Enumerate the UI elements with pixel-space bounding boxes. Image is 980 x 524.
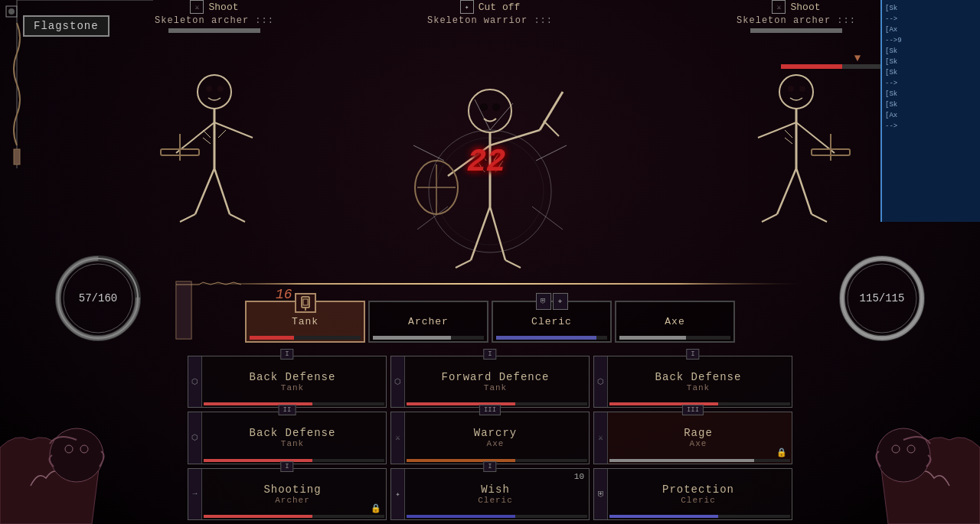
archer-icon: → <box>192 490 197 498</box>
skill-6-type: Axe <box>690 439 707 448</box>
axe-tab-bar <box>619 336 730 340</box>
skill-4-top-icon: II <box>279 405 296 415</box>
rage-icon: ⚔ <box>598 433 603 442</box>
svg-point-28 <box>469 90 511 132</box>
skill-3-type: Tank <box>687 383 710 392</box>
svg-line-17 <box>203 130 211 138</box>
char-tab-axe[interactable]: Axe <box>615 301 735 343</box>
enemy-left: ⚔ Shoot Skeleton archer ::: <box>138 0 291 35</box>
svg-point-80 <box>907 445 915 453</box>
svg-line-56 <box>796 168 812 214</box>
svg-point-6 <box>206 86 212 92</box>
svg-line-19 <box>218 130 226 138</box>
shield-icon: ⬡ <box>191 377 198 386</box>
svg-line-13 <box>195 168 214 214</box>
tank-tab-bar-fill <box>250 336 294 340</box>
log-line-7: [Sk <box>885 67 977 78</box>
enemy-right: ⚔ Shoot Skeleton archer ::: <box>720 0 873 35</box>
enemy-right-hp-fill <box>750 28 842 33</box>
enemy-center-name: Skeleton warrior ::: <box>375 15 605 26</box>
center-hp-fill <box>781 64 842 69</box>
svg-line-60 <box>785 138 792 144</box>
skill-9-name: Protection <box>662 483 734 496</box>
shield-icon-2: ⬡ <box>394 377 401 386</box>
char-tab-tank[interactable]: Tank <box>245 301 365 343</box>
skill-5-left-bar: ⚔ <box>391 412 405 463</box>
log-line-1: [Sk <box>885 3 977 14</box>
protection-icon: ⛨ <box>597 490 605 499</box>
svg-rect-73 <box>303 299 308 305</box>
skill-7-top-icon: I <box>280 461 293 472</box>
skill-forward-defence[interactable]: I ⬡ Forward Defence Tank <box>390 356 590 408</box>
skill-4-type: Tank <box>281 439 304 448</box>
svg-point-47 <box>779 75 813 109</box>
enemy-left-name: Skeleton archer ::: <box>138 15 291 26</box>
svg-point-30 <box>492 103 500 111</box>
skill-1-top-icon: I <box>280 349 293 360</box>
skill-5-name: Warcry <box>474 427 517 439</box>
corner-bottom-right <box>796 333 980 524</box>
skill-protection[interactable]: ⛨ Protection Cleric <box>593 468 792 520</box>
axe-tab-bar-fill <box>619 336 686 340</box>
skill-1-left-bar: ⬡ <box>188 356 202 407</box>
skill-wish[interactable]: I ✦ Wish Cleric 10 <box>390 468 590 520</box>
skill-9-type: Cleric <box>681 496 716 505</box>
skill-rage[interactable]: III ⚔ Rage Axe 🔒 <box>593 412 792 464</box>
shield-icon-4: ⬡ <box>191 433 198 442</box>
skill-9-bar <box>609 515 790 518</box>
svg-line-24 <box>413 145 444 161</box>
log-line-6: [Sk <box>885 57 977 67</box>
svg-point-5 <box>198 75 231 109</box>
char-tab-archer[interactable]: Archer <box>368 301 488 343</box>
skill-8-type: Cleric <box>478 496 513 505</box>
archer-tab-bar-fill <box>373 336 451 340</box>
svg-line-27 <box>532 207 563 229</box>
svg-line-58 <box>812 214 827 222</box>
skill-9-left-bar: ⛨ <box>594 469 608 519</box>
skill-back-defense-3[interactable]: II ⬡ Back Defense Tank <box>188 412 387 464</box>
svg-line-26 <box>417 207 448 229</box>
skill-4-bar-fill <box>204 459 312 462</box>
skeleton-right-figure <box>735 61 858 275</box>
svg-point-48 <box>788 86 794 92</box>
log-line-5: [Sk <box>885 46 977 57</box>
skill-6-top-icon: III <box>682 405 704 415</box>
cleric-tab-icons: ⛨ ✚ <box>536 293 568 310</box>
axe-icon: ⚔ <box>395 433 400 442</box>
skill-3-top-icon: I <box>686 349 699 360</box>
skill-7-type: Archer <box>275 496 310 505</box>
flagstone-label: Flagstone <box>23 15 109 37</box>
svg-line-41 <box>456 260 471 268</box>
skill-7-name: Shooting <box>263 483 321 496</box>
archer-tab-label: Archer <box>408 316 449 327</box>
skill-grid: I ⬡ Back Defense Tank I ⬡ Forward Defenc… <box>184 352 796 524</box>
skill-2-type: Tank <box>484 383 507 392</box>
skill-shooting[interactable]: I → Shooting Archer 🔒 <box>188 468 387 520</box>
svg-point-79 <box>892 445 900 453</box>
skill-8-name: Wish <box>481 483 510 496</box>
skill-9-bar-fill <box>609 515 718 518</box>
svg-line-59 <box>785 130 792 138</box>
svg-line-37 <box>540 92 563 130</box>
axe-tab-label: Axe <box>665 316 684 327</box>
bow-icon: ⚔ <box>772 0 786 14</box>
lock-icon-rage: 🔒 <box>776 448 787 457</box>
skill-back-defense-1[interactable]: I ⬡ Back Defense Tank <box>188 356 387 408</box>
log-line-4: -->9 <box>885 35 977 46</box>
skill-8-left-bar: ✦ <box>391 469 405 519</box>
char-tab-cleric[interactable]: ⛨ ✚ Cleric <box>492 301 612 343</box>
enemy-center: ✦ Cut off Skeleton warrior ::: ▼ <box>375 0 605 26</box>
skill-7-bar-fill <box>204 515 312 518</box>
skill-back-defense-2[interactable]: I ⬡ Back Defense Tank <box>593 356 792 408</box>
cleric-tab-label: Cleric <box>531 316 572 327</box>
tank-tab-label: Tank <box>292 316 318 327</box>
skill-8-bar-fill <box>407 515 515 518</box>
enemy-left-hp-bar <box>168 28 260 33</box>
skill-warcry[interactable]: III ⚔ Warcry Axe <box>390 412 590 464</box>
skill-3-name: Back Defense <box>655 371 742 383</box>
enemy-left-action: ⚔ Shoot <box>138 0 291 14</box>
skill-6-left-bar: ⚔ <box>594 412 608 463</box>
svg-line-16 <box>230 214 245 222</box>
skill-5-type: Axe <box>487 439 505 448</box>
skill-4-left-bar: ⬡ <box>188 412 202 463</box>
